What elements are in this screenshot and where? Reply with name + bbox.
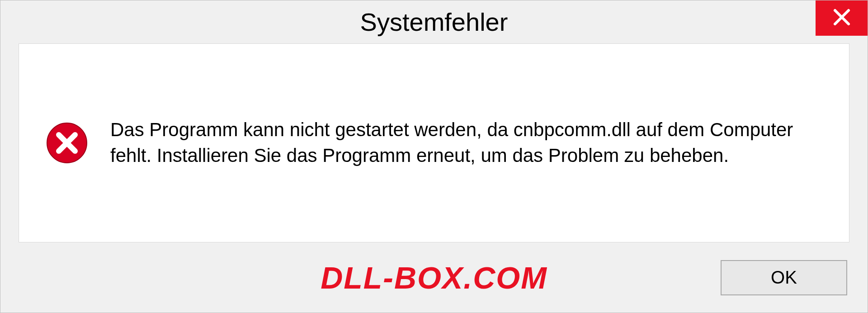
ok-button[interactable]: OK: [721, 260, 847, 295]
content-area: Das Programm kann nicht gestartet werden…: [19, 43, 849, 242]
close-icon: [832, 8, 851, 28]
titlebar: Systemfehler: [0, 0, 868, 43]
dialog-footer: DLL-BOX.COM OK: [0, 242, 868, 313]
error-dialog: Systemfehler Das Programm kann nicht ges…: [0, 0, 868, 313]
error-icon: [46, 122, 88, 164]
close-button[interactable]: [816, 0, 868, 36]
dialog-title: Systemfehler: [360, 7, 508, 37]
error-message: Das Programm kann nicht gestartet werden…: [110, 117, 822, 168]
watermark-text: DLL-BOX.COM: [321, 260, 547, 295]
